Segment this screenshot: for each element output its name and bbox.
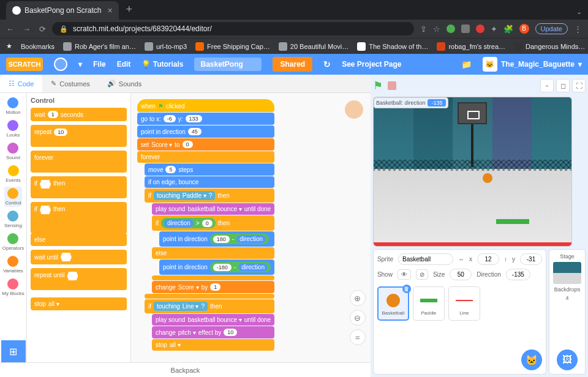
tab-costumes[interactable]: ✎Costumes: [42, 75, 99, 92]
share-icon[interactable]: ⇪: [420, 24, 427, 34]
forever-block[interactable]: forever: [31, 151, 127, 173]
stage-small-button[interactable]: ▫: [540, 79, 554, 92]
close-icon[interactable]: ×: [107, 6, 112, 15]
profile-avatar[interactable]: B: [519, 24, 529, 34]
category-operators[interactable]: Operators: [1, 232, 26, 252]
tutorials-button[interactable]: 💡 Tutorials: [141, 60, 183, 69]
zoom-reset-button[interactable]: =: [350, 329, 366, 345]
bookmark-item[interactable]: Dangerous Minds…: [514, 42, 585, 51]
play-sound-block[interactable]: play soundbasketball bounce ▾until done: [152, 314, 274, 326]
green-flag-button[interactable]: ⚑: [373, 79, 383, 92]
bookmark-item[interactable]: robag_fm's strea…: [437, 42, 505, 51]
if-block[interactable]: iftouching Paddle ▾ ?then: [145, 188, 274, 203]
scratch-logo[interactable]: SCRATCH: [6, 58, 43, 71]
show-button[interactable]: 👁: [398, 269, 411, 280]
category-sound[interactable]: Sound: [5, 141, 21, 162]
backpack-panel[interactable]: Backpack: [0, 362, 371, 377]
direction-monitor[interactable]: Basketball: direction-135: [374, 97, 449, 108]
category-variables[interactable]: Variables: [2, 255, 24, 275]
star-icon[interactable]: ☆: [433, 24, 440, 34]
wait-until-block[interactable]: wait until: [31, 250, 127, 264]
repeat-block[interactable]: repeat10: [31, 125, 127, 147]
file-menu[interactable]: File: [93, 60, 106, 69]
bookmark-item[interactable]: Rob Ager's film an…: [63, 42, 136, 51]
scripts-canvas[interactable]: when ⚑ clicked go to x:-6y:133 point in …: [131, 93, 371, 362]
category-control[interactable]: Control: [4, 187, 23, 207]
fullscreen-button[interactable]: ⛶: [572, 79, 586, 92]
point-direction-block[interactable]: point in direction-180 - direction: [159, 259, 274, 275]
new-tab-button[interactable]: +: [126, 3, 133, 16]
stop-block[interactable]: stopall ▾: [31, 297, 127, 310]
sprite-tile-line[interactable]: Line: [448, 286, 480, 321]
if-block[interactable]: ifdirection > 0then: [152, 215, 274, 231]
update-button[interactable]: Update: [535, 23, 568, 34]
extensions-icon[interactable]: ✦: [491, 24, 497, 34]
my-stuff-icon[interactable]: 📁: [461, 59, 472, 69]
address-bar[interactable]: 🔒 scratch.mit.edu/projects/683920444/edi…: [52, 22, 414, 35]
bookmark-item[interactable]: Bookmarks: [21, 43, 55, 50]
when-flag-clicked-block[interactable]: when ⚑ clicked: [137, 99, 274, 112]
refresh-icon[interactable]: ↻: [323, 59, 331, 69]
if-edge-bounce-block[interactable]: if on edge, bounce: [145, 176, 274, 188]
reload-button[interactable]: ⟳: [39, 24, 46, 34]
stop-block[interactable]: stopall ▾: [152, 339, 274, 351]
sprite-name-input[interactable]: [398, 253, 453, 265]
y-input[interactable]: [520, 253, 542, 265]
edit-menu[interactable]: Edit: [117, 60, 131, 69]
add-extension-button[interactable]: ⊞: [1, 340, 26, 362]
category-events[interactable]: Events: [4, 164, 21, 184]
bookmark-item[interactable]: The Shadow of th…: [357, 42, 428, 51]
direction-input[interactable]: [506, 269, 530, 280]
bookmark-item[interactable]: 20 Beautiful Movi…: [279, 42, 349, 51]
see-project-link[interactable]: See Project Page: [342, 60, 401, 69]
set-var-block[interactable]: setScore ▾to0: [137, 138, 274, 151]
ext-icon-1[interactable]: [447, 24, 455, 33]
x-input[interactable]: [477, 253, 499, 265]
point-direction-block[interactable]: point in direction45: [137, 125, 274, 138]
stage-large-button[interactable]: ◻: [556, 79, 570, 92]
if-block[interactable]: ifthen: [31, 176, 127, 198]
category-motion[interactable]: Motion: [4, 96, 21, 116]
wait-block[interactable]: wait1seconds: [31, 108, 127, 121]
stage[interactable]: Score2 Basketball: direction-135: [373, 97, 572, 247]
ext-icon-3[interactable]: [476, 24, 484, 33]
ext-icon-2[interactable]: [461, 24, 470, 33]
extensions-menu-icon[interactable]: 🧩: [503, 24, 513, 34]
add-sprite-button[interactable]: 🐱: [521, 349, 542, 370]
size-input[interactable]: [450, 269, 472, 280]
change-var-block[interactable]: changeScore ▾by1: [152, 281, 274, 293]
back-button[interactable]: ←: [6, 24, 14, 34]
play-sound-block[interactable]: play soundbasketball bounce ▾until done: [152, 203, 274, 215]
language-icon[interactable]: [54, 58, 67, 71]
zoom-in-button[interactable]: ⊕: [350, 290, 366, 306]
category-looks[interactable]: Looks: [6, 119, 21, 139]
hide-button[interactable]: ⊘: [416, 269, 428, 280]
add-backdrop-button[interactable]: 🖼: [557, 349, 578, 370]
category-sensing[interactable]: Sensing: [3, 209, 23, 230]
bookmark-item[interactable]: Free Shipping Cap…: [195, 42, 270, 51]
category-my-blocks[interactable]: My Blocks: [1, 277, 25, 297]
stage-thumbnail[interactable]: [553, 262, 581, 284]
forward-button[interactable]: →: [23, 24, 31, 34]
repeat-until-block[interactable]: repeat until: [31, 268, 127, 290]
forever-block[interactable]: forever: [137, 151, 274, 163]
bookmark-item[interactable]: url-to-mp3: [145, 42, 187, 51]
window-chevron-icon[interactable]: ⌄: [576, 8, 582, 16]
tab-code[interactable]: ☷Code: [0, 75, 42, 92]
sprite-tile-paddle[interactable]: Paddle: [413, 286, 445, 321]
move-steps-block[interactable]: move5steps: [145, 163, 274, 176]
else-block[interactable]: else: [152, 247, 274, 259]
zoom-out-button[interactable]: ⊖: [350, 310, 366, 326]
share-button[interactable]: Shared: [273, 57, 312, 72]
language-chevron-icon[interactable]: ▾: [78, 60, 82, 69]
menu-icon[interactable]: ⋮: [574, 24, 582, 34]
stop-button[interactable]: [388, 81, 396, 90]
sprite-tile-basketball[interactable]: 🗑Basketball: [377, 286, 409, 321]
stage-selector[interactable]: Stage Backdrops 4 🖼: [549, 249, 586, 375]
basketball-sprite[interactable]: [483, 173, 492, 183]
paddle-sprite[interactable]: [496, 219, 529, 224]
change-effect-block[interactable]: changepitch ▾effect by10: [152, 326, 274, 338]
browser-tab[interactable]: BasketPong on Scratch ×: [6, 1, 119, 20]
point-direction-block[interactable]: point in direction180 - direction: [159, 231, 274, 247]
goto-xy-block[interactable]: go to x:-6y:133: [137, 113, 274, 125]
